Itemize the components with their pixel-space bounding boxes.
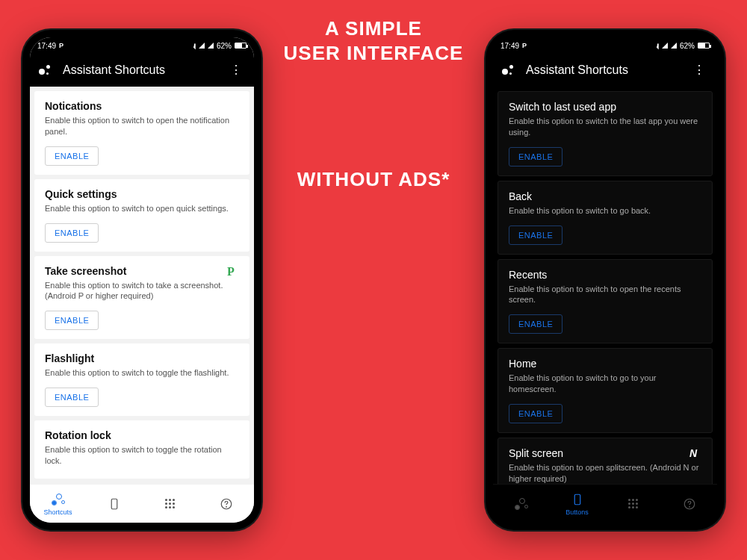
app-bar: Assistant Shortcuts ⋮ <box>30 54 254 87</box>
app-title: Assistant Shortcuts <box>63 63 217 77</box>
card-quick-settings: Quick settings Enable this option to swi… <box>34 179 249 252</box>
status-battery: 62% <box>217 42 232 50</box>
apps-grid-icon <box>163 497 178 511</box>
phone-icon <box>570 492 585 507</box>
card-desc: Enable this option to switch to toggle t… <box>45 367 239 379</box>
battery-icon <box>698 43 710 49</box>
card-desc: Enable this option to switch to go back. <box>509 205 701 217</box>
card-desc: Enable this option to switch to open the… <box>509 284 701 306</box>
assistant-icon <box>502 63 515 77</box>
help-icon <box>682 497 697 511</box>
status-battery: 62% <box>680 42 695 50</box>
card-split-screen: N Split screen Enable this option to ope… <box>498 438 713 484</box>
card-title: Switch to last used app <box>509 101 701 113</box>
shortcut-list[interactable]: Notications Enable this option to switch… <box>30 87 254 484</box>
card-title: Rotation lock <box>45 429 239 441</box>
card-desc: Enable this option to switch to go to yo… <box>509 373 701 395</box>
card-title: Back <box>509 190 701 202</box>
svg-rect-3 <box>574 494 580 505</box>
app-title: Assistant Shortcuts <box>526 63 680 77</box>
card-switch-last-app: Switch to last used app Enable this opti… <box>498 91 713 176</box>
nav-label: Shortcuts <box>43 508 72 516</box>
enable-button[interactable]: ENABLE <box>509 147 562 167</box>
notch <box>90 37 194 54</box>
card-title: Split screen <box>509 447 701 459</box>
nav-buttons[interactable]: Buttons <box>549 485 605 523</box>
bottom-nav: Shortcuts <box>30 484 254 523</box>
card-desc: Enable this option to switch to open qui… <box>45 203 239 214</box>
phone-light: 17:49 P ⚿ ◥ 62% Assistant Shortcuts ⋮ No… <box>22 30 261 530</box>
card-title: Flashlight <box>45 352 239 364</box>
card-recents: Recents Enable this option to switch to … <box>498 259 713 344</box>
android-p-icon: P <box>522 42 527 49</box>
notch <box>553 37 657 54</box>
card-notifications: Notications Enable this option to switch… <box>34 91 249 175</box>
card-desc: Enable this option to switch to the last… <box>509 116 701 138</box>
card-title: Recents <box>509 269 701 281</box>
overflow-menu-button[interactable]: ⋮ <box>690 61 708 79</box>
android-p-icon: P <box>59 42 63 49</box>
svg-rect-0 <box>111 499 117 509</box>
battery-icon <box>235 43 247 49</box>
card-home: Home Enable this option to switch to go … <box>498 348 713 433</box>
card-title: Quick settings <box>45 188 239 200</box>
card-back: Back Enable this option to switch to go … <box>498 181 713 255</box>
card-desc: Enable this option to switch to open the… <box>45 115 239 137</box>
nav-help[interactable] <box>661 485 717 523</box>
android-n-badge: N <box>689 447 703 461</box>
card-take-screenshot: P Take screenshot Enable this option to … <box>34 256 249 340</box>
screen-light: 17:49 P ⚿ ◥ 62% Assistant Shortcuts ⋮ No… <box>30 37 254 523</box>
card-desc: Enable this option to switch to toggle t… <box>45 444 239 467</box>
enable-button[interactable]: ENABLE <box>509 314 562 334</box>
enable-button[interactable]: ENABLE <box>45 223 99 243</box>
screen-dark: 17:49 P ⚿ ◥ 62% Assistant Shortcuts ⋮ Sw… <box>493 37 717 523</box>
status-time: 17:49 <box>37 42 56 50</box>
help-icon <box>219 497 234 511</box>
card-title: Take screenshot <box>45 265 239 277</box>
apps-grid-icon <box>626 497 641 511</box>
card-title: Notications <box>45 100 239 112</box>
card-title: Home <box>509 358 701 370</box>
enable-button[interactable]: ENABLE <box>45 146 99 166</box>
android-p-badge: P <box>227 265 241 279</box>
svg-point-2 <box>226 506 226 507</box>
signal-icon <box>662 43 668 49</box>
svg-point-5 <box>689 506 689 507</box>
enable-button[interactable]: ENABLE <box>45 311 99 330</box>
card-desc: Enable this option to open splitscreen. … <box>509 462 701 484</box>
nav-label: Buttons <box>565 508 589 516</box>
nav-help[interactable] <box>198 485 254 523</box>
shortcut-list[interactable]: Switch to last used app Enable this opti… <box>493 87 717 484</box>
enable-button[interactable]: ENABLE <box>509 404 562 423</box>
app-bar: Assistant Shortcuts ⋮ <box>493 54 717 87</box>
nav-shortcuts[interactable] <box>493 485 549 523</box>
signal-icon-2 <box>671 43 677 49</box>
enable-button[interactable]: ENABLE <box>509 225 562 245</box>
nav-apps[interactable] <box>605 485 661 523</box>
bottom-nav: Buttons <box>493 484 717 523</box>
card-rotation-lock: Rotation lock Enable this option to swit… <box>34 420 249 479</box>
shortcuts-icon <box>51 492 66 507</box>
card-flashlight: Flashlight Enable this option to switch … <box>34 343 249 416</box>
enable-button[interactable]: ENABLE <box>45 388 99 407</box>
phone-dark: 17:49 P ⚿ ◥ 62% Assistant Shortcuts ⋮ Sw… <box>486 30 725 530</box>
card-desc: Enable this option to switch to take a s… <box>45 280 239 302</box>
signal-icon <box>199 43 205 49</box>
nav-apps[interactable] <box>142 485 198 523</box>
phone-icon <box>107 497 122 511</box>
nav-shortcuts[interactable]: Shortcuts <box>30 485 86 523</box>
overflow-menu-button[interactable]: ⋮ <box>227 61 245 79</box>
shortcuts-icon <box>514 497 529 511</box>
signal-icon-2 <box>208 43 214 49</box>
assistant-icon <box>39 63 52 77</box>
status-time: 17:49 <box>500 42 519 50</box>
nav-buttons[interactable] <box>86 485 142 523</box>
